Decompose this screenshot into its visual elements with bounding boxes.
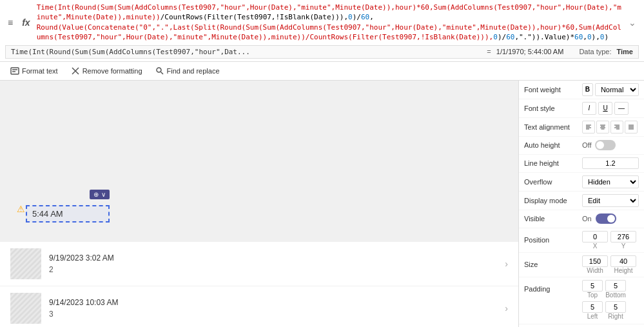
position-y-input[interactable] [610,231,636,243]
list-item-date: 9/19/2023 3:02 AM [49,253,505,263]
padding-top-input[interactable] [582,280,603,292]
list-item-content: 9/14/2023 10:03 AM 3 [49,298,505,319]
text-alignment-label: Text alignment [524,123,582,131]
font-style-label: Font style [524,104,582,112]
element-value-box: 5:44 AM [26,205,110,223]
list-area: 9/19/2023 3:02 AM 2 › 9/14/2023 10:03 AM… [0,242,518,327]
formula-scroll-down[interactable]: ⌄ [629,17,639,28]
formula-separator: /CountRows(Filter(Test0907,!IsBlank(Date… [161,13,348,21]
line-height-value [582,157,639,169]
visible-toggle[interactable] [596,213,616,224]
toggle-thumb [607,215,615,223]
list-item[interactable]: 9/19/2023 3:02 AM 2 › [0,242,518,286]
font-weight-label: Font weight [524,86,582,94]
display-mode-select[interactable]: Edit View Disabled [582,194,639,207]
line-height-label: Line height [524,159,582,167]
list-item-date: 9/14/2023 10:03 AM [49,298,505,307]
element-toolbar[interactable]: ⊕ ∨ [90,190,110,199]
overflow-value: Hidden Visible Scroll [582,175,639,188]
visible-label: Visible [524,215,582,223]
auto-height-label: Auto height [524,141,582,149]
padding-label: Padding [524,285,582,293]
strikethrough-button[interactable]: — [614,102,629,115]
data-type-label: Data type: [579,48,611,55]
position-x-input[interactable] [582,231,608,243]
visible-toggle-container: On [582,213,639,224]
padding-right-label: Right [608,313,623,320]
align-center-button[interactable] [596,121,609,134]
visible-on-label: On [582,215,592,223]
padding-bottom-input[interactable] [605,280,626,292]
position-y-label: Y [621,243,626,250]
element-toolbar-arrow: ∨ [101,191,106,198]
display-mode-label: Display mode [524,197,582,204]
thumbnail-placeholder [10,293,41,324]
formula-preview: Time(Int(Round(Sum(Sum(AddColumns(Test09… [11,48,482,56]
formula-zero: 0 [348,13,353,21]
position-inputs: X Y [582,231,639,250]
font-style-value: I U — [582,102,639,115]
list-item-num: 2 [49,265,505,274]
size-inputs: Width Height [582,255,639,274]
color-row: Color A 🖊 [519,324,644,327]
overflow-row: Overflow Hidden Visible Scroll [519,173,644,192]
auto-height-row: Auto height Off [519,137,644,155]
properties-panel: Font weight B Normal Bold Light Font sty… [518,81,644,327]
font-weight-row: Font weight B Normal Bold Light [519,81,644,99]
italic-button[interactable]: I [582,102,596,115]
element-value: 5:44 AM [32,209,63,219]
padding-right-input[interactable] [605,301,626,313]
padding-row: Padding Top Bottom [519,277,644,324]
auto-height-off-label: Off [582,141,591,149]
list-item-content: 9/19/2023 3:02 AM 2 [49,253,505,274]
size-width-input[interactable] [582,255,608,267]
padding-top-label: Top [587,292,598,299]
selected-element[interactable]: ⚠ ⊕ ∨ 5:44 AM [26,205,110,230]
padding-left-input[interactable] [582,301,603,313]
list-item-thumbnail [10,293,41,324]
toggle-thumb [596,141,604,149]
auto-height-toggle-container: Off [582,140,639,150]
position-x-label: X [593,243,598,250]
line-height-row: Line height [519,155,644,173]
list-item-arrow-icon: › [505,303,508,313]
format-text-button[interactable]: Format text [5,64,63,77]
remove-formatting-label: Remove formatting [83,67,142,75]
list-item[interactable]: 9/14/2023 10:03 AM 3 › [0,286,518,327]
align-justify-button[interactable] [625,121,638,134]
bold-button[interactable]: B [582,83,593,96]
svg-point-5 [157,68,161,72]
font-weight-value: B Normal Bold Light [582,83,639,96]
format-text-icon [10,66,19,75]
find-replace-button[interactable]: Find and replace [150,64,225,77]
size-height-input[interactable] [610,255,636,267]
display-mode-value: Edit View Disabled [582,194,639,207]
text-alignment-buttons [582,121,639,134]
underline-button[interactable]: U [598,102,612,115]
font-style-row: Font style I U — [519,99,644,118]
formula-equals: = [487,48,491,55]
align-right-button[interactable] [610,121,623,134]
find-replace-label: Find and replace [167,67,220,75]
remove-formatting-button[interactable]: Remove formatting [66,64,148,77]
canvas-area[interactable]: ⚠ ⊕ ∨ 5:44 AM 9/19/2023 3:02 A [0,81,518,327]
svg-line-6 [161,72,163,74]
padding-bottom-label: Bottom [605,292,626,299]
font-weight-select[interactable]: Normal Bold Light [595,83,639,96]
warning-icon: ⚠ [17,204,25,214]
list-item-thumbnail [10,248,41,279]
text-alignment-row: Text alignment [519,118,644,137]
align-left-button[interactable] [582,121,595,134]
formula-menu-icon[interactable]: ≡ [5,16,15,29]
list-item-arrow-icon: › [505,259,508,269]
content-area: ⚠ ⊕ ∨ 5:44 AM 9/19/2023 3:02 A [0,81,644,327]
formula-content[interactable]: Time(Int(Round(Sum(Sum(AddColumns(Test09… [37,3,625,43]
format-toolbar: Format text Remove formatting Find and r… [0,62,644,81]
formula-result-bar: Time(Int(Round(Sum(Sum(AddColumns(Test09… [5,45,639,59]
auto-height-toggle[interactable] [595,140,616,150]
line-height-input[interactable] [582,157,639,169]
display-mode-row: Display mode Edit View Disabled [519,192,644,210]
element-toolbar-icon: ⊕ [93,191,99,198]
size-label: Size [524,261,582,268]
overflow-select[interactable]: Hidden Visible Scroll [582,175,639,188]
